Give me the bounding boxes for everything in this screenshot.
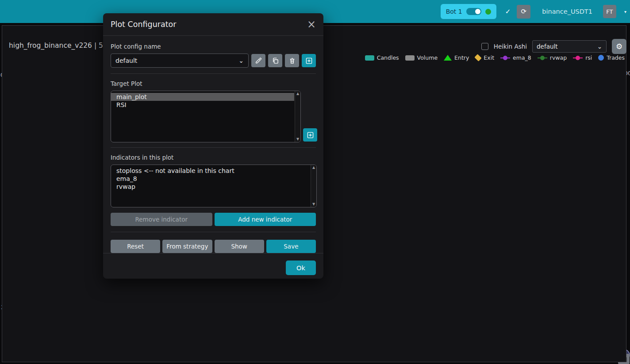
legend-linedot-icon bbox=[538, 55, 547, 61]
legend-rect-icon bbox=[365, 55, 374, 61]
target-plot-listbox[interactable]: main_plotRSI ▲ ▼ bbox=[111, 91, 301, 142]
indicators-label: Indicators in this plot bbox=[111, 154, 316, 161]
heikin-ashi-checkbox[interactable] bbox=[481, 43, 488, 50]
ok-button[interactable]: Ok bbox=[286, 261, 316, 275]
plus-square-icon bbox=[306, 57, 312, 64]
legend-label: Volume bbox=[417, 54, 438, 61]
legend-rect-icon bbox=[405, 55, 415, 61]
indicators-listbox[interactable]: stoploss <-- not available in this chart… bbox=[111, 165, 317, 207]
legend-linedot-icon bbox=[500, 55, 510, 61]
plot-configurator-modal: Plot Configurator × Plot config name def… bbox=[103, 13, 323, 279]
legend-item-rsi[interactable]: rsi bbox=[573, 54, 592, 61]
indicator-option[interactable]: stoploss <-- not available in this chart bbox=[111, 167, 310, 175]
legend-diamond-icon bbox=[475, 54, 482, 61]
legend-item-rvwap[interactable]: rvwap bbox=[538, 54, 567, 61]
refresh-button[interactable]: ⟳ bbox=[517, 5, 530, 19]
duplicate-config-button[interactable] bbox=[268, 54, 282, 67]
remove-indicator-button[interactable]: Remove indicator bbox=[111, 213, 212, 226]
bot-online-dot bbox=[485, 9, 491, 15]
ft-logo-text: FT bbox=[606, 8, 613, 15]
reset-button[interactable]: Reset bbox=[111, 240, 160, 253]
target-list-scrollbar[interactable]: ▲ ▼ bbox=[295, 91, 300, 142]
legend-item-candles[interactable]: Candles bbox=[365, 54, 399, 61]
bot-selector-label: Bot 1 bbox=[446, 8, 462, 15]
save-button[interactable]: Save bbox=[266, 240, 316, 253]
rename-config-button[interactable] bbox=[251, 54, 265, 67]
chart-legend: CandlesVolumeEntryExitema_8rvwaprsiTrade… bbox=[365, 54, 625, 61]
chart-pair-title: high_frog_binance_v226 | 5m bbox=[9, 42, 110, 50]
legend-item-volume[interactable]: Volume bbox=[405, 54, 438, 61]
plot-config-select[interactable]: default ⌄ bbox=[532, 40, 607, 53]
legend-item-exit[interactable]: Exit bbox=[475, 54, 494, 61]
chevron-down-icon: ⌄ bbox=[238, 57, 244, 64]
pair-label: binance_USDT1 bbox=[542, 8, 592, 15]
legend-label: rvwap bbox=[550, 54, 567, 61]
show-button[interactable]: Show bbox=[215, 240, 264, 253]
legend-circle-icon bbox=[598, 55, 604, 61]
modal-header: Plot Configurator × bbox=[103, 13, 323, 36]
chevron-down-icon: ⌄ bbox=[597, 43, 602, 50]
legend-item-trades[interactable]: Trades bbox=[598, 54, 625, 61]
check-icon: ✓ bbox=[505, 8, 511, 15]
indicators-list-scrollbar[interactable]: ▲ ▼ bbox=[311, 165, 316, 207]
config-name-select[interactable]: default ⌄ bbox=[111, 54, 249, 68]
legend-item-ema_8[interactable]: ema_8 bbox=[500, 54, 531, 61]
scroll-up-icon[interactable]: ▲ bbox=[312, 166, 315, 169]
legend-label: rsi bbox=[585, 54, 592, 61]
modal-footer: Ok bbox=[103, 253, 323, 282]
pencil-icon bbox=[255, 57, 262, 64]
scroll-down-icon[interactable]: ▼ bbox=[312, 203, 315, 206]
add-target-plot-button[interactable] bbox=[303, 128, 317, 142]
app-root: 64,00063,00062,00061,00018:0019:0020:002… bbox=[0, 0, 630, 364]
indicator-option[interactable]: rvwap bbox=[111, 183, 310, 191]
from-strategy-button[interactable]: From strategy bbox=[162, 240, 212, 253]
copy-icon bbox=[272, 57, 279, 64]
bot-toggle-knob bbox=[475, 9, 480, 14]
ft-logo-button[interactable]: FT bbox=[603, 5, 616, 18]
trash-icon bbox=[289, 57, 296, 64]
plus-square-icon bbox=[307, 132, 314, 138]
bot-selector-button[interactable]: Bot 1 bbox=[441, 4, 496, 19]
legend-label: Trades bbox=[607, 54, 625, 61]
scroll-down-icon[interactable]: ▼ bbox=[296, 138, 299, 141]
heikin-ashi-label: Heikin Ashi bbox=[494, 43, 527, 50]
legend-item-entry[interactable]: Entry bbox=[444, 54, 469, 61]
legend-label: Exit bbox=[484, 54, 494, 61]
close-icon[interactable]: × bbox=[307, 20, 316, 28]
navbar-right-cluster: Bot 1 ✓ ⟳ binance_USDT1 FT ▾ bbox=[441, 4, 626, 19]
target-plot-label: Target Plot bbox=[111, 80, 316, 87]
target-plot-option[interactable]: main_plot bbox=[111, 93, 294, 101]
add-new-indicator-button[interactable]: Add new indicator bbox=[215, 213, 316, 226]
gear-icon: ⚙ bbox=[616, 42, 622, 51]
legend-linedot-icon bbox=[573, 55, 583, 61]
target-plot-option[interactable]: RSI bbox=[111, 101, 294, 109]
bot-toggle[interactable] bbox=[466, 8, 481, 15]
legend-label: ema_8 bbox=[513, 54, 531, 61]
target-plot-section: Target Plot main_plotRSI ▲ ▼ bbox=[111, 74, 316, 148]
scroll-up-icon[interactable]: ▲ bbox=[296, 92, 299, 96]
modal-body: Plot config name default ⌄ bbox=[103, 36, 323, 253]
ft-menu-caret-icon: ▾ bbox=[624, 9, 626, 14]
add-config-button[interactable] bbox=[302, 54, 316, 67]
legend-triangle-icon bbox=[444, 55, 452, 61]
plot-settings-button[interactable]: ⚙ bbox=[612, 39, 626, 54]
chart-controls: Heikin Ashi default ⌄ ⚙ bbox=[481, 39, 626, 54]
indicator-option[interactable]: ema_8 bbox=[111, 175, 310, 183]
config-name-row: default ⌄ bbox=[111, 54, 316, 74]
plot-config-name-label: Plot config name bbox=[111, 43, 316, 50]
delete-config-button[interactable] bbox=[285, 54, 299, 67]
indicators-section: Indicators in this plot stoploss <-- not… bbox=[111, 148, 316, 232]
legend-label: Entry bbox=[454, 54, 469, 61]
legend-label: Candles bbox=[377, 54, 399, 61]
config-name-select-value: default bbox=[115, 57, 137, 64]
refresh-icon: ⟳ bbox=[521, 8, 526, 15]
modal-title: Plot Configurator bbox=[111, 20, 176, 29]
plot-config-select-value: default bbox=[537, 43, 558, 50]
